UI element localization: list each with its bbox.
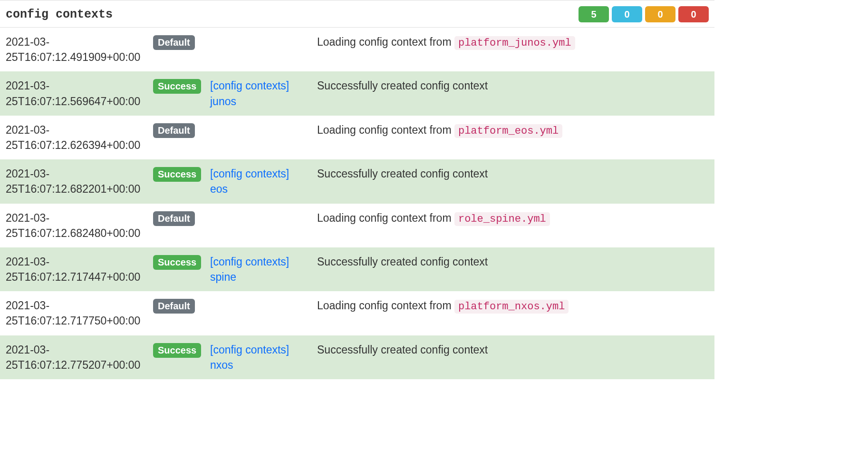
message-text: Successfully created config context xyxy=(317,256,488,268)
status-badge: Default xyxy=(153,123,195,138)
timestamp: 2021-03-25T16:07:12.569647+00:00 xyxy=(6,78,153,108)
object-link[interactable]: [config contexts]junos xyxy=(210,78,312,108)
log-row: 2021-03-25T16:07:12.491909+00:00DefaultL… xyxy=(0,28,714,71)
object-name: junos xyxy=(210,94,312,109)
log-row: 2021-03-25T16:07:12.682201+00:00Success[… xyxy=(0,159,714,203)
status-cell: Default xyxy=(153,210,210,226)
status-count-row: 5 0 0 0 xyxy=(579,6,709,22)
object-name: nxos xyxy=(210,357,312,373)
status-badge: Default xyxy=(153,299,195,314)
count-badge-success[interactable]: 5 xyxy=(579,6,609,22)
count-badge-warning[interactable]: 0 xyxy=(645,6,675,22)
count-badge-info[interactable]: 0 xyxy=(612,6,642,22)
log-title: config contexts xyxy=(6,8,113,21)
message-text: Loading config context from xyxy=(317,299,454,312)
message-cell: Loading config context from role_spine.y… xyxy=(317,210,709,227)
object-group: [config contexts] xyxy=(210,78,312,93)
status-badge: Success xyxy=(153,167,201,182)
object-cell: [config contexts]spine xyxy=(210,254,317,285)
timestamp: 2021-03-25T16:07:12.491909+00:00 xyxy=(6,34,153,65)
log-row: 2021-03-25T16:07:12.569647+00:00Success[… xyxy=(0,71,714,115)
status-cell: Success xyxy=(153,78,210,94)
status-badge: Default xyxy=(153,211,195,226)
message-cell: Successfully created config context xyxy=(317,78,709,93)
status-cell: Success xyxy=(153,342,210,358)
status-badge: Success xyxy=(153,79,201,94)
object-name: eos xyxy=(210,181,312,197)
message-cell: Loading config context from platform_jun… xyxy=(317,34,709,51)
timestamp: 2021-03-25T16:07:12.717750+00:00 xyxy=(6,298,153,328)
object-name: spine xyxy=(210,269,312,285)
status-badge: Success xyxy=(153,255,201,270)
timestamp: 2021-03-25T16:07:12.775207+00:00 xyxy=(6,342,153,373)
log-row: 2021-03-25T16:07:12.626394+00:00DefaultL… xyxy=(0,116,714,159)
object-group: [config contexts] xyxy=(210,166,312,181)
count-badge-failure[interactable]: 0 xyxy=(678,6,709,22)
object-group: [config contexts] xyxy=(210,254,312,269)
message-cell: Successfully created config context xyxy=(317,254,709,269)
object-group: [config contexts] xyxy=(210,342,312,357)
log-row: 2021-03-25T16:07:12.717447+00:00Success[… xyxy=(0,247,714,291)
status-badge: Default xyxy=(153,35,195,50)
log-row: 2021-03-25T16:07:12.775207+00:00Success[… xyxy=(0,335,714,379)
timestamp: 2021-03-25T16:07:12.682480+00:00 xyxy=(6,210,153,241)
object-link[interactable]: [config contexts]eos xyxy=(210,166,312,197)
message-text: Loading config context from xyxy=(317,124,454,136)
object-link[interactable]: [config contexts]nxos xyxy=(210,342,312,373)
message-cell: Successfully created config context xyxy=(317,166,709,181)
status-cell: Success xyxy=(153,166,210,182)
status-cell: Default xyxy=(153,34,210,50)
message-cell: Loading config context from platform_eos… xyxy=(317,122,709,139)
log-rows: 2021-03-25T16:07:12.491909+00:00DefaultL… xyxy=(0,28,714,379)
log-panel: config contexts 5 0 0 0 2021-03-25T16:07… xyxy=(0,0,714,379)
message-text: Successfully created config context xyxy=(317,344,488,356)
status-cell: Default xyxy=(153,298,210,314)
object-cell: [config contexts]nxos xyxy=(210,342,317,373)
message-cell: Successfully created config context xyxy=(317,342,709,357)
message-code: platform_eos.yml xyxy=(454,124,562,138)
log-header: config contexts 5 0 0 0 xyxy=(0,0,714,28)
object-link[interactable]: [config contexts]spine xyxy=(210,254,312,285)
timestamp: 2021-03-25T16:07:12.682201+00:00 xyxy=(6,166,153,197)
timestamp: 2021-03-25T16:07:12.717447+00:00 xyxy=(6,254,153,285)
timestamp: 2021-03-25T16:07:12.626394+00:00 xyxy=(6,122,153,153)
message-text: Loading config context from xyxy=(317,212,454,224)
message-text: Successfully created config context xyxy=(317,79,488,92)
message-cell: Loading config context from platform_nxo… xyxy=(317,298,709,315)
status-cell: Success xyxy=(153,254,210,270)
message-code: role_spine.yml xyxy=(454,212,550,226)
object-cell: [config contexts]junos xyxy=(210,78,317,108)
log-row: 2021-03-25T16:07:12.682480+00:00DefaultL… xyxy=(0,204,714,247)
message-text: Successfully created config context xyxy=(317,167,488,180)
message-text: Loading config context from xyxy=(317,36,454,48)
status-badge: Success xyxy=(153,343,201,358)
message-code: platform_junos.yml xyxy=(454,36,575,50)
log-row: 2021-03-25T16:07:12.717750+00:00DefaultL… xyxy=(0,291,714,335)
status-cell: Default xyxy=(153,122,210,138)
object-cell: [config contexts]eos xyxy=(210,166,317,197)
message-code: platform_nxos.yml xyxy=(454,300,569,314)
